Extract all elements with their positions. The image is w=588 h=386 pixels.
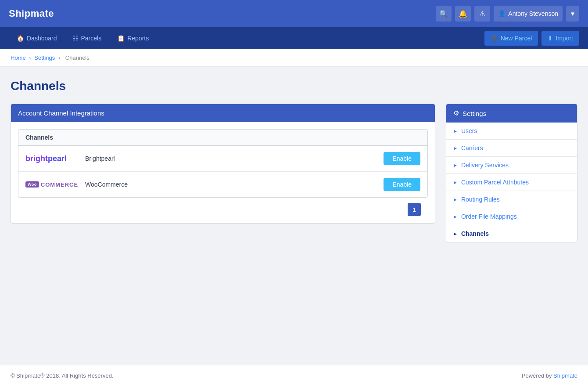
nav-reports-label: Reports <box>127 35 149 42</box>
channel-row-woocommerce: Woo COMMERCE WooCommerce Enable <box>18 172 427 197</box>
chevron-right-icon: ► <box>453 163 458 168</box>
topbar-right: 🔍 🔔 ⚠ 👤 Antony Stevenson ▼ <box>436 6 579 22</box>
gear-icon: ⚙ <box>453 109 459 117</box>
chevron-right-icon: ► <box>453 231 458 236</box>
card-body: Channels brightpearl Brightpearl Enable <box>11 122 435 223</box>
alert-icon: ⚠ <box>479 10 485 18</box>
search-button[interactable]: 🔍 <box>436 6 452 22</box>
user-dropdown-button[interactable]: ▼ <box>566 6 579 22</box>
channels-table-header: Channels <box>18 130 427 146</box>
channel-row-brightpearl: brightpearl Brightpearl Enable <box>18 146 427 172</box>
sidebar-item-order-file-mappings[interactable]: ► Order File Mappings <box>446 208 577 225</box>
nav-dashboard-label: Dashboard <box>27 35 57 42</box>
breadcrumb-sep2: › <box>58 54 62 61</box>
caret-down-icon: ▼ <box>570 11 575 17</box>
chevron-right-icon: ► <box>453 180 458 185</box>
navbar-right: ➕ New Parcel ⬆ Import <box>484 31 579 46</box>
sidebar-item-routing-rules-label: Routing Rules <box>461 196 500 203</box>
pagination: 1 <box>18 198 428 216</box>
page-content: Channels Account Channel Integrations Ch… <box>0 67 588 255</box>
brightpearl-enable-button[interactable]: Enable <box>384 152 420 165</box>
sidebar-item-users-label: Users <box>461 127 477 134</box>
breadcrumb-sep1: › <box>29 54 32 61</box>
sidebar-item-channels-label: Channels <box>461 230 489 237</box>
user-icon: 👤 <box>498 10 506 17</box>
page-1-button[interactable]: 1 <box>408 203 421 216</box>
sidebar-header: ⚙ Settings <box>446 104 577 123</box>
powered-by: Powered by Shipmate <box>522 372 577 379</box>
sidebar: ⚙ Settings ► Users ► Carriers ► Delivery… <box>446 104 577 242</box>
sidebar-item-custom-parcel-attributes-label: Custom Parcel Attributes <box>461 179 529 186</box>
powered-by-text: Powered by <box>522 372 552 379</box>
new-parcel-label: New Parcel <box>501 35 532 42</box>
main-card: Account Channel Integrations Channels br… <box>11 104 435 224</box>
sidebar-item-delivery-services-label: Delivery Services <box>461 162 509 169</box>
notifications-button[interactable]: 🔔 <box>455 6 471 22</box>
sidebar-item-delivery-services[interactable]: ► Delivery Services <box>446 157 577 174</box>
app-logo: Shipmate <box>9 8 54 19</box>
footer: © Shipmate® 2018. All Rights Reserved. P… <box>0 365 588 386</box>
woocommerce-logo: Woo COMMERCE <box>25 181 78 188</box>
nav-reports[interactable]: 📋 Reports <box>109 27 157 49</box>
woocommerce-enable-button[interactable]: Enable <box>384 178 420 191</box>
navbar-left: 🏠 Dashboard ☷ Parcels 📋 Reports <box>9 27 157 49</box>
breadcrumb-settings[interactable]: Settings <box>34 54 55 61</box>
navbar: 🏠 Dashboard ☷ Parcels 📋 Reports ➕ New Pa… <box>0 27 588 49</box>
chevron-right-icon: ► <box>453 129 458 133</box>
breadcrumb: Home › Settings › Channels <box>0 49 588 67</box>
channels-table: Channels brightpearl Brightpearl Enable <box>18 129 428 198</box>
copyright-text: © Shipmate® 2018. All Rights Reserved. <box>11 372 114 379</box>
bell-icon: 🔔 <box>459 10 467 18</box>
sidebar-item-order-file-mappings-label: Order File Mappings <box>461 213 517 220</box>
topbar: Shipmate 🔍 🔔 ⚠ 👤 Antony Stevenson ▼ <box>0 0 588 27</box>
search-icon: 🔍 <box>439 10 448 18</box>
parcels-icon: ☷ <box>73 35 79 42</box>
main-layout: Account Channel Integrations Channels br… <box>11 104 577 242</box>
breadcrumb-home[interactable]: Home <box>11 54 26 61</box>
breadcrumb-current: Channels <box>65 54 90 61</box>
sidebar-item-routing-rules[interactable]: ► Routing Rules <box>446 191 577 208</box>
nav-dashboard[interactable]: 🏠 Dashboard <box>9 27 65 49</box>
card-header: Account Channel Integrations <box>11 104 435 122</box>
user-name: Antony Stevenson <box>508 10 558 17</box>
nav-parcels[interactable]: ☷ Parcels <box>65 27 110 49</box>
page-title: Channels <box>11 79 577 93</box>
home-icon: 🏠 <box>17 35 24 42</box>
user-menu-button[interactable]: 👤 Antony Stevenson <box>494 6 563 22</box>
powered-by-link[interactable]: Shipmate <box>553 372 577 379</box>
woocommerce-name: WooCommerce <box>85 181 376 188</box>
sidebar-item-users[interactable]: ► Users <box>446 123 577 140</box>
chevron-right-icon: ► <box>453 146 458 151</box>
nav-parcels-label: Parcels <box>81 35 102 42</box>
chevron-right-icon: ► <box>453 214 458 219</box>
import-button[interactable]: ⬆ Import <box>541 31 579 46</box>
reports-icon: 📋 <box>117 35 125 42</box>
plus-icon: ➕ <box>491 35 498 42</box>
sidebar-header-label: Settings <box>463 110 486 117</box>
alerts-button[interactable]: ⚠ <box>474 6 490 22</box>
sidebar-item-carriers[interactable]: ► Carriers <box>446 140 577 157</box>
brightpearl-logo: brightpearl <box>25 154 78 163</box>
chevron-right-icon: ► <box>453 197 458 202</box>
import-icon: ⬆ <box>548 35 553 42</box>
new-parcel-button[interactable]: ➕ New Parcel <box>484 31 538 46</box>
sidebar-item-carriers-label: Carriers <box>461 144 483 152</box>
sidebar-item-channels[interactable]: ► Channels <box>446 225 577 242</box>
sidebar-item-custom-parcel-attributes[interactable]: ► Custom Parcel Attributes <box>446 174 577 191</box>
brightpearl-name: Brightpearl <box>85 155 376 162</box>
import-label: Import <box>556 35 573 42</box>
